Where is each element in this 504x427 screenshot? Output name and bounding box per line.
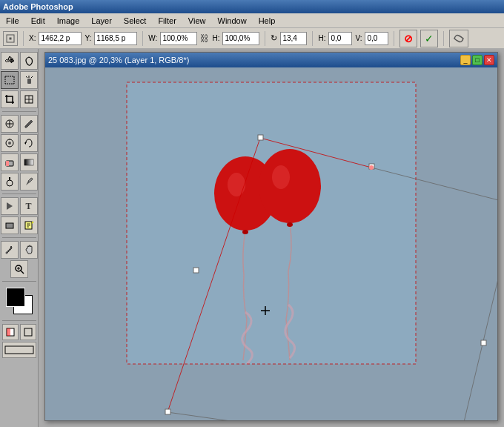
rotation-input[interactable] xyxy=(280,32,307,45)
svg-rect-38 xyxy=(7,328,10,336)
svg-rect-22 xyxy=(24,159,33,165)
svg-point-44 xyxy=(228,173,245,196)
minimize-btn[interactable]: _ xyxy=(460,55,471,65)
warp-btn[interactable] xyxy=(449,30,468,47)
sep2 xyxy=(142,31,143,46)
svg-rect-39 xyxy=(24,328,32,336)
svg-point-47 xyxy=(272,165,290,189)
screen-mode-btn[interactable] xyxy=(20,324,36,340)
tool-row-10 xyxy=(1,241,38,259)
menu-filter[interactable]: Filter xyxy=(155,15,179,27)
history-brush-tool[interactable] xyxy=(20,134,38,152)
h2-input[interactable] xyxy=(328,32,352,45)
menu-view[interactable]: View xyxy=(185,15,209,27)
x-label: X: xyxy=(29,34,36,42)
menu-select[interactable]: Select xyxy=(121,15,150,27)
tool-sep-2 xyxy=(2,193,36,194)
menu-bar: File Edit Image Layer Select Filter View… xyxy=(0,13,504,28)
x-input[interactable] xyxy=(39,32,82,45)
svg-rect-5 xyxy=(5,76,14,84)
tool-row-11 xyxy=(10,260,28,278)
w-input[interactable] xyxy=(160,32,197,45)
quick-mask-btn[interactable] xyxy=(2,324,19,340)
crop-tool[interactable] xyxy=(1,90,19,108)
magic-wand-tool[interactable] xyxy=(20,71,38,89)
path-selection-tool[interactable] xyxy=(1,197,19,215)
brush-tool[interactable] xyxy=(20,115,38,133)
tool-row-8: T xyxy=(1,197,38,215)
dodge-tool[interactable] xyxy=(1,173,19,191)
hand-tool[interactable] xyxy=(20,241,38,259)
tool-sep-4 xyxy=(2,281,36,282)
sep1 xyxy=(23,31,24,46)
color-swatch[interactable] xyxy=(6,288,33,314)
tool-sep-1 xyxy=(2,111,36,112)
canvas-svg xyxy=(45,67,497,420)
menu-help[interactable]: Help xyxy=(256,15,279,27)
maximize-btn[interactable]: □ xyxy=(472,55,483,65)
tool-row-1: ✥ xyxy=(1,52,38,70)
lasso-tool[interactable] xyxy=(20,52,38,70)
win-controls: _ □ ✕ xyxy=(460,55,494,65)
chain-link-icon[interactable]: ⛓ xyxy=(200,33,209,44)
y-label: Y: xyxy=(84,34,91,42)
svg-rect-26 xyxy=(6,223,13,228)
marquee-rect-tool[interactable] xyxy=(1,71,19,89)
menu-image[interactable]: Image xyxy=(54,15,83,27)
shape-tool[interactable] xyxy=(1,216,19,234)
gradient-tool[interactable] xyxy=(20,153,38,171)
eraser-tool[interactable] xyxy=(1,153,19,171)
clone-stamp-tool[interactable] xyxy=(1,134,19,152)
slice-tool[interactable] xyxy=(20,90,38,108)
tool-row-3 xyxy=(1,90,38,108)
tool-row-7 xyxy=(1,173,38,191)
tool-row-2 xyxy=(1,71,38,89)
tool-row-4 xyxy=(1,115,38,133)
svg-point-63 xyxy=(369,165,374,170)
standard-screen-btn[interactable] xyxy=(2,342,36,358)
svg-point-45 xyxy=(242,230,248,234)
notes-tool[interactable] xyxy=(20,216,38,234)
svg-point-46 xyxy=(259,149,321,223)
menu-file[interactable]: File xyxy=(3,15,22,27)
tool-sep-5 xyxy=(2,320,36,321)
menu-layer[interactable]: Layer xyxy=(88,15,115,27)
foreground-color[interactable] xyxy=(6,288,25,307)
tool-row-5 xyxy=(1,134,38,152)
move-tool[interactable]: ✥ xyxy=(1,52,19,70)
svg-rect-40 xyxy=(5,346,33,354)
tool-sep-3 xyxy=(2,237,36,238)
zoom-tool[interactable] xyxy=(10,260,28,278)
svg-point-32 xyxy=(5,252,7,254)
menu-edit[interactable]: Edit xyxy=(28,15,48,27)
svg-rect-61 xyxy=(193,268,199,273)
mode-row xyxy=(2,324,36,340)
transform-ref-btn[interactable] xyxy=(3,31,18,46)
doc-canvas xyxy=(45,67,497,420)
y-input[interactable] xyxy=(94,32,137,45)
doc-title: 25 083.jpg @ 20,3% (Layer 1, RGB/8*) xyxy=(48,56,189,64)
tool-row-9 xyxy=(1,216,38,234)
menu-window[interactable]: Window xyxy=(215,15,250,27)
type-tool[interactable]: T xyxy=(20,197,38,215)
sep6 xyxy=(443,31,444,46)
v-input[interactable] xyxy=(365,32,388,45)
svg-rect-9 xyxy=(27,79,31,84)
svg-marker-28 xyxy=(32,222,34,224)
svg-rect-1 xyxy=(10,37,12,39)
sep5 xyxy=(394,31,394,46)
canvas-area: 25 083.jpg @ 20,3% (Layer 1, RGB/8*) _ □… xyxy=(39,49,504,427)
transform-mode-group xyxy=(3,31,18,46)
close-btn[interactable]: ✕ xyxy=(484,55,494,65)
eyedropper-tool[interactable] xyxy=(1,241,19,259)
h-input[interactable] xyxy=(222,32,259,45)
commit-transform-btn[interactable]: ✓ xyxy=(420,30,438,47)
cancel-transform-btn[interactable]: ⊘ xyxy=(399,30,417,47)
healing-brush-tool[interactable] xyxy=(1,115,19,133)
pen-tool[interactable] xyxy=(20,173,38,191)
svg-rect-54 xyxy=(165,409,170,414)
doc-titlebar[interactable]: 25 083.jpg @ 20,3% (Layer 1, RGB/8*) _ □… xyxy=(45,53,497,67)
main-area: ✥ xyxy=(0,49,504,427)
svg-rect-59 xyxy=(481,340,486,345)
svg-line-34 xyxy=(21,271,24,274)
